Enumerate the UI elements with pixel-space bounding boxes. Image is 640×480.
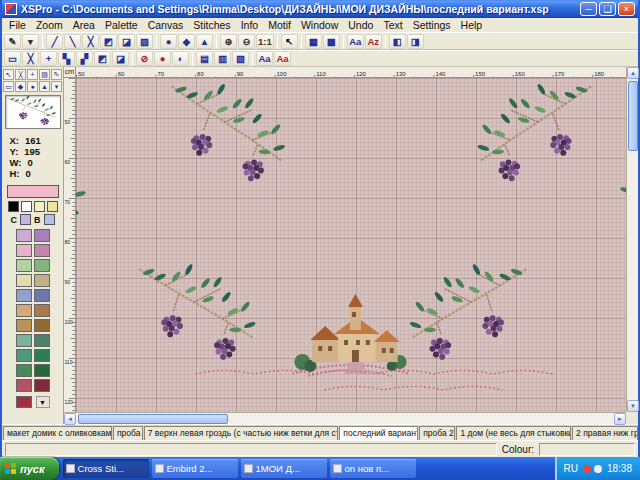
stitch-var-1-button[interactable]: ╳ (22, 51, 39, 66)
palette-swatch[interactable] (16, 274, 32, 287)
palette-swatch[interactable] (16, 289, 32, 302)
palette-swatch[interactable] (34, 304, 50, 317)
menu-item-zoom[interactable]: Zoom (31, 19, 68, 31)
half-stitch-back-button[interactable]: ╲ (64, 34, 81, 49)
diag-view-button[interactable]: ▧ (232, 51, 249, 66)
palette-swatch[interactable] (34, 364, 50, 377)
palette-swatch[interactable] (16, 229, 32, 242)
text-az-button[interactable]: Az (365, 34, 382, 49)
mini-dropdown-icon[interactable]: ▾ (51, 81, 62, 92)
palette-swatch[interactable] (16, 349, 32, 362)
pattern-preview[interactable] (5, 95, 61, 129)
quarter-stitch-button[interactable]: ◩ (100, 34, 117, 49)
palette-swatch[interactable] (16, 304, 32, 317)
pattern-tab[interactable]: последний вариант (339, 426, 418, 440)
no-color-button[interactable]: ⊘ (136, 51, 153, 66)
fill-pattern-button[interactable]: ▩ (323, 34, 340, 49)
stitch-var-4-button[interactable]: ▞ (76, 51, 93, 66)
full-stitch-button[interactable]: ╳ (82, 34, 99, 49)
menu-item-text[interactable]: Text (378, 19, 407, 31)
quick-swatch[interactable] (34, 201, 45, 212)
stitch-var-6-button[interactable]: ◪ (112, 51, 129, 66)
pencil-dropdown-button[interactable]: ▾ (22, 34, 39, 49)
palette-swatch[interactable] (34, 259, 50, 272)
menu-item-info[interactable]: Info (236, 19, 264, 31)
quick-swatch[interactable] (47, 201, 58, 212)
palette-swatch[interactable] (34, 229, 50, 242)
menu-item-motif[interactable]: Motif (263, 19, 296, 31)
stitch-canvas[interactable] (76, 78, 626, 412)
palette-swatch[interactable] (16, 364, 32, 377)
mini-cross-icon[interactable]: ╳ (15, 69, 26, 80)
stitch-var-3-button[interactable]: ▚ (58, 51, 75, 66)
mini-diamond-icon[interactable]: ◆ (15, 81, 26, 92)
palette-swatch[interactable] (16, 319, 32, 332)
palette-extra-swatch[interactable] (16, 396, 32, 408)
menu-item-palette[interactable]: Palette (100, 19, 143, 31)
mini-pencil-icon[interactable]: ✎ (51, 69, 62, 80)
scroll-down-icon[interactable]: ▼ (627, 400, 639, 412)
stitch-var-2-button[interactable]: + (40, 51, 57, 66)
palette-dropdown-icon[interactable]: ▼ (36, 396, 50, 408)
palette-swatch[interactable] (34, 349, 50, 362)
menu-item-area[interactable]: Area (68, 19, 100, 31)
close-button-icon[interactable]: × (618, 2, 635, 16)
motif-button[interactable]: ▲ (196, 34, 213, 49)
pattern-tab[interactable]: 7 верхн левая гроздь (с частью ниж ветки… (144, 426, 339, 440)
rows-view-button[interactable]: ▤ (196, 51, 213, 66)
tray-status-icon[interactable] (583, 465, 591, 473)
palette-swatch[interactable] (34, 334, 50, 347)
pattern-tab[interactable]: проба 2 (419, 426, 455, 440)
zoom-out-button[interactable]: ⊖ (238, 34, 255, 49)
menu-item-help[interactable]: Help (456, 19, 488, 31)
mini-pattern-icon[interactable]: ▨ (39, 69, 50, 80)
cb-swatch[interactable] (44, 214, 55, 225)
palette-swatch[interactable] (16, 334, 32, 347)
taskbar-task-button[interactable]: Cross Sti... (63, 459, 149, 478)
menu-item-canvas[interactable]: Canvas (143, 19, 189, 31)
menu-item-stitches[interactable]: Stitches (188, 19, 235, 31)
palette-swatch[interactable] (34, 379, 50, 392)
mini-triangle-icon[interactable]: ▲ (39, 81, 50, 92)
palette-swatch[interactable] (34, 319, 50, 332)
pattern-tab[interactable]: 2 правая ниж гр (572, 426, 638, 440)
scroll-up-icon[interactable]: ▲ (627, 67, 639, 79)
repeat-frame-button[interactable]: ▭ (4, 51, 21, 66)
clock[interactable]: 18:38 (607, 463, 632, 474)
pattern-tab[interactable]: проба (113, 426, 143, 440)
vscroll-thumb[interactable] (628, 81, 638, 151)
font-blue-button[interactable]: Aa (256, 51, 273, 66)
mini-select-icon[interactable]: ↖ (3, 69, 14, 80)
pencil-tool-button[interactable]: ✎ (4, 34, 21, 49)
mini-plus-icon[interactable]: + (27, 69, 38, 80)
taskbar-task-button[interactable]: 1МОИ Д... (241, 459, 327, 478)
pattern-tab[interactable]: макет домик с оливковками (3, 426, 112, 440)
quick-swatch[interactable] (8, 201, 19, 212)
selected-color-swatch[interactable] (7, 185, 59, 198)
minimize-button-icon[interactable]: ─ (580, 2, 597, 16)
french-knot-button[interactable]: ● (160, 34, 177, 49)
palette-swatch[interactable] (16, 244, 32, 257)
hscroll-thumb[interactable] (78, 414, 228, 424)
taskbar-task-button[interactable]: on нов п... (330, 459, 416, 478)
palette-swatch[interactable] (16, 379, 32, 392)
tray-status-icon[interactable] (594, 465, 602, 473)
pattern-tab[interactable]: 1 дом (не весь для стыковки) (456, 426, 571, 440)
cb-swatch[interactable] (20, 214, 31, 225)
start-button[interactable]: пуск (0, 457, 59, 480)
halftone-button[interactable]: ◐ (172, 51, 189, 66)
mini-dot-icon[interactable]: ● (27, 81, 38, 92)
menu-item-settings[interactable]: Settings (408, 19, 456, 31)
menu-item-window[interactable]: Window (296, 19, 343, 31)
highlight-color-button[interactable]: ◨ (407, 34, 424, 49)
current-color-button[interactable]: ● (154, 51, 171, 66)
text-aa-button[interactable]: Aa (347, 34, 364, 49)
font-red-button[interactable]: Aa (274, 51, 291, 66)
menu-item-file[interactable]: File (4, 19, 31, 31)
language-indicator[interactable]: RU (564, 463, 578, 474)
bead-button[interactable]: ◆ (178, 34, 195, 49)
palette-swatch[interactable] (34, 274, 50, 287)
maximize-button-icon[interactable]: ❑ (599, 2, 616, 16)
pattern-stitch-button[interactable]: ▨ (136, 34, 153, 49)
palette-swatch[interactable] (34, 244, 50, 257)
